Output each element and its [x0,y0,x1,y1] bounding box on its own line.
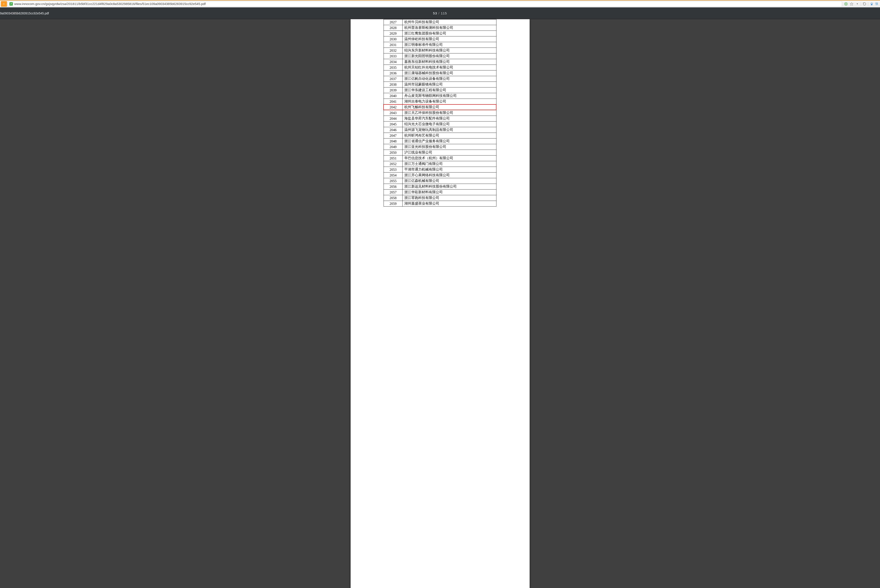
company-name: 浙江康瑞器械科技股份有限公司 [403,70,496,76]
row-number: 2037 [384,76,403,82]
row-number: 2030 [384,36,403,42]
company-table: 2027杭州牛贝科技有限公司2028杭州普洛赛斯检测科技有限公司2029浙江红鹰… [384,19,496,207]
company-name: 温州倬屹科技有限公司 [403,36,496,42]
table-row: 2059湖州嘉盛茶业有限公司 [384,201,496,207]
pdf-content-area[interactable]: 2027杭州牛贝科技有限公司2028杭州普洛赛斯检测科技有限公司2029浙江红鹰… [0,19,880,588]
table-row: 2028杭州普洛赛斯检测科技有限公司 [384,25,496,31]
dropdown-icon[interactable]: ▼ [855,2,859,6]
company-name: 浙江亿帆自动化设备有限公司 [403,76,496,82]
row-number: 2032 [384,48,403,53]
user-name-label[interactable]: 张 [875,2,878,6]
row-number: 2039 [384,87,403,93]
row-number: 2046 [384,127,403,133]
row-number: 2040 [384,93,403,99]
table-row: 2041湖州吉泰电力设备有限公司 [384,99,496,105]
table-row: 2045绍兴光大芯业微电子有限公司 [384,122,496,127]
table-row: 2054浙江开心果网络科技有限公司 [384,172,496,178]
row-number: 2058 [384,195,403,201]
table-row: 2056浙江新远见材料科技股份有限公司 [384,184,496,189]
url-text: www.innocom.gov.cn/gxjsqyrdw/zsa/201811/… [14,2,841,6]
toolbar-right: ▼ 张 [843,2,879,6]
baidu-paw-icon[interactable] [869,2,874,6]
svg-point-5 [872,3,873,3]
table-row: 2050沪江线业有限公司 [384,150,496,156]
row-number: 2043 [384,110,403,116]
table-row: 2057浙江华彩新材料有限公司 [384,189,496,195]
company-name: 浙江零跑科技有限公司 [403,195,496,201]
pdf-filename: 9a09034385b6283915cc92e545.pdf [0,12,49,15]
page-indicator[interactable]: 53 / 115 [433,11,447,15]
company-name: 浙江红鹰集团股份有限公司 [403,31,496,36]
company-name: 绍兴光大芯业微电子有限公司 [403,122,496,127]
back-button[interactable] [1,1,7,7]
company-name: 杭州飞畅科技有限公司 [403,105,496,110]
row-number: 2052 [384,161,403,167]
table-row: 2042杭州飞畅科技有限公司 [384,105,496,110]
table-row: 2032绍兴东升新材料科技有限公司 [384,48,496,53]
svg-point-4 [871,3,872,3]
bookmark-star-icon[interactable] [850,2,854,6]
page-separator: / [438,11,439,15]
company-name: 舟山麦克斯韦物联网科技有限公司 [403,93,496,99]
table-row: 2038温州市冠豪眼镜有限公司 [384,82,496,87]
row-number: 2027 [384,20,403,25]
company-name: 浙江亿森机械有限公司 [403,178,496,184]
company-name: 浙江万士通阀门有限公司 [403,161,496,167]
row-number: 2059 [384,201,403,207]
row-number: 2054 [384,172,403,178]
company-name: 浙江华东建设工程有限公司 [403,87,496,93]
company-name: 沪江线业有限公司 [403,150,496,156]
company-name: 浙江开心果网络科技有限公司 [403,172,496,178]
row-number: 2053 [384,167,403,172]
row-number: 2031 [384,42,403,48]
row-number: 2041 [384,99,403,105]
company-name: 浙江天乙环保科技股份有限公司 [403,110,496,116]
company-name: 浙江新光阳照明股份有限公司 [403,53,496,59]
row-number: 2034 [384,59,403,65]
table-row: 2051辛巴信息技术（杭州）有限公司 [384,156,496,161]
table-row: 2033浙江新光阳照明股份有限公司 [384,53,496,59]
svg-point-6 [871,4,872,5]
company-name: 杭州昕鸿布艺有限公司 [403,133,496,138]
table-row: 2048浙江省通信产业服务有限公司 [384,138,496,144]
pdf-viewer-toolbar: 9a09034385b6283915cc92e545.pdf 53 / 115 [0,8,880,19]
table-row: 2031浙江明泰标准件有限公司 [384,42,496,48]
company-name: 平湖市通力机械有限公司 [403,167,496,172]
table-row: 2027杭州牛贝科技有限公司 [384,20,496,25]
reload-icon[interactable] [862,2,867,6]
table-row: 2058浙江零跑科技有限公司 [384,195,496,201]
company-name: 杭州普洛赛斯检测科技有限公司 [403,25,496,31]
total-pages: 115 [441,11,447,15]
company-name: 辛巴信息技术（杭州）有限公司 [403,156,496,161]
row-number: 2035 [384,65,403,70]
company-name: 浙江省通信产业服务有限公司 [403,138,496,144]
row-number: 2036 [384,70,403,76]
divider [868,2,868,6]
company-name: 温州源飞宠物玩具制品有限公司 [403,127,496,133]
row-number: 2033 [384,53,403,59]
svg-marker-2 [850,2,853,5]
row-number: 2057 [384,189,403,195]
company-name: 湖州吉泰电力设备有限公司 [403,99,496,105]
row-number: 2028 [384,25,403,31]
chevron-left-icon [3,3,5,5]
table-row: 2029浙江红鹰集团股份有限公司 [384,31,496,36]
row-number: 2047 [384,133,403,138]
company-name: 海盐县华昇汽车配件有限公司 [403,116,496,122]
table-row: 2047杭州昕鸿布艺有限公司 [384,133,496,138]
row-number: 2048 [384,138,403,144]
table-row: 2040舟山麦克斯韦物联网科技有限公司 [384,93,496,99]
company-name: 杭州天铂红外光电技术有限公司 [403,65,496,70]
svg-point-0 [844,2,847,6]
row-number: 2051 [384,156,403,161]
table-row: 2049浙江亚光科技股份有限公司 [384,144,496,150]
row-number: 2050 [384,150,403,156]
table-row: 2055浙江亿森机械有限公司 [384,178,496,184]
svg-point-3 [871,3,871,3]
extension-icon[interactable] [844,2,848,6]
current-page: 53 [433,11,437,15]
company-name: 温州市冠豪眼镜有限公司 [403,82,496,87]
table-row: 2039浙江华东建设工程有限公司 [384,87,496,93]
row-number: 2042 [384,105,403,110]
address-bar[interactable]: ✓ www.innocom.gov.cn/gxjsqyrdw/zsa/20181… [8,1,842,7]
